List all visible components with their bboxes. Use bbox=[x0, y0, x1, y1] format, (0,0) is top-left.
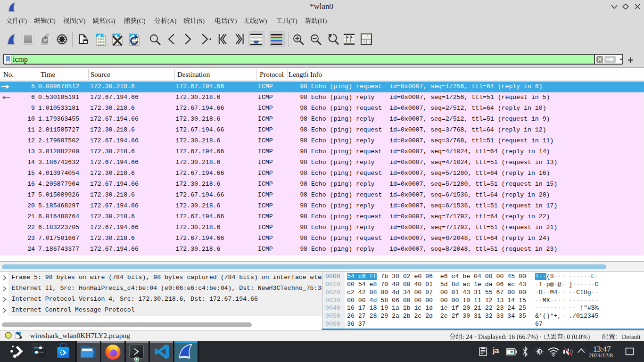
svg-text:2: 2 bbox=[363, 40, 365, 44]
svg-text:1: 1 bbox=[367, 34, 369, 39]
svg-text:3: 3 bbox=[369, 40, 371, 44]
svg-text:0111: 0111 bbox=[98, 43, 105, 46]
